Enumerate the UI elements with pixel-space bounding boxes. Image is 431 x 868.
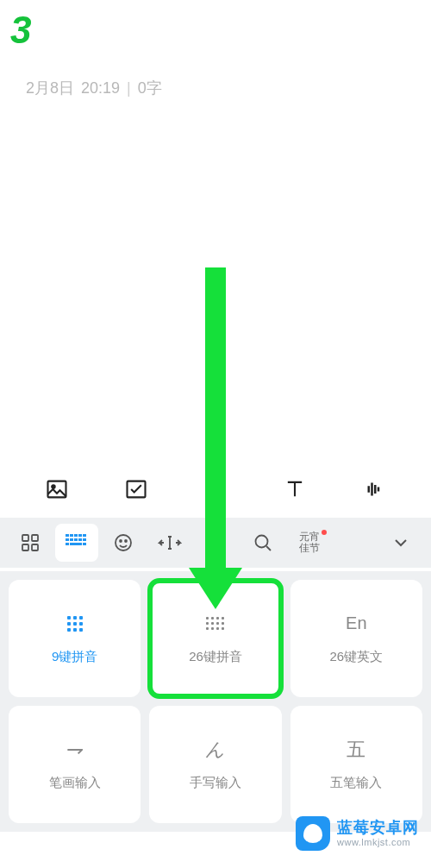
festival-badge[interactable]: 元宵 佳节 bbox=[288, 524, 331, 562]
layout-label: 五笔输入 bbox=[330, 775, 382, 791]
svg-rect-4 bbox=[32, 535, 38, 541]
svg-rect-19 bbox=[83, 543, 86, 545]
voice-input-icon[interactable] bbox=[359, 475, 389, 504]
keyboard-layout-grid: 9键拼音 26键拼音 En 26键英文 ⇁ 笔画输入 ん 手写输入 五 五笔输入 bbox=[0, 571, 431, 832]
layout-card-9key-pinyin[interactable]: 9键拼音 bbox=[9, 580, 141, 697]
keyboard-toolbar: 元宵 佳节 bbox=[0, 518, 431, 568]
svg-rect-15 bbox=[78, 538, 82, 541]
editor-action-bar bbox=[0, 462, 431, 516]
notification-dot-icon bbox=[322, 530, 327, 535]
svg-rect-0 bbox=[48, 481, 66, 498]
apps-grid-icon[interactable] bbox=[9, 524, 52, 562]
layout-label: 笔画输入 bbox=[49, 775, 101, 791]
emoji-icon[interactable] bbox=[102, 524, 145, 562]
nine-key-icon bbox=[67, 613, 83, 635]
note-time: 20:19 bbox=[81, 79, 120, 97]
svg-rect-8 bbox=[70, 534, 73, 537]
clipboard-link-icon[interactable] bbox=[195, 524, 238, 562]
text-format-icon[interactable] bbox=[280, 475, 309, 504]
layout-label: 9键拼音 bbox=[52, 649, 97, 665]
svg-rect-6 bbox=[32, 544, 38, 550]
svg-rect-13 bbox=[70, 538, 73, 541]
svg-point-1 bbox=[52, 485, 55, 488]
svg-point-23 bbox=[256, 536, 268, 548]
english-icon: En bbox=[346, 613, 366, 635]
search-icon[interactable] bbox=[241, 524, 284, 562]
svg-rect-14 bbox=[74, 538, 78, 541]
note-word-count: 0字 bbox=[138, 78, 162, 98]
twenty-six-key-icon bbox=[206, 613, 224, 635]
stroke-icon: ⇁ bbox=[66, 739, 84, 761]
collapse-keyboard-icon[interactable] bbox=[379, 524, 422, 562]
svg-rect-5 bbox=[22, 544, 28, 550]
note-date: 2月8日 bbox=[26, 78, 74, 98]
svg-rect-3 bbox=[22, 535, 28, 541]
svg-rect-9 bbox=[74, 534, 78, 537]
editor-canvas[interactable] bbox=[0, 104, 431, 457]
svg-rect-12 bbox=[66, 538, 69, 541]
watermark-logo-icon bbox=[296, 816, 330, 851]
keyboard-layout-icon[interactable] bbox=[55, 524, 98, 562]
svg-rect-18 bbox=[70, 543, 82, 545]
layout-card-wubi[interactable]: 五 五笔输入 bbox=[290, 706, 422, 823]
cursor-move-icon[interactable] bbox=[148, 524, 191, 562]
svg-rect-16 bbox=[83, 538, 86, 541]
svg-rect-17 bbox=[66, 543, 69, 545]
wubi-icon: 五 bbox=[347, 739, 365, 761]
layout-card-26key-pinyin[interactable]: 26键拼音 bbox=[149, 580, 281, 697]
watermark-title: 蓝莓安卓网 bbox=[337, 819, 419, 838]
layout-card-handwriting[interactable]: ん 手写输入 bbox=[149, 706, 281, 823]
layout-label: 26键英文 bbox=[329, 649, 383, 665]
meta-divider: | bbox=[127, 79, 131, 97]
watermark-url: www.lmkjst.com bbox=[337, 837, 419, 848]
svg-rect-11 bbox=[83, 534, 86, 537]
svg-point-22 bbox=[125, 540, 127, 542]
svg-rect-10 bbox=[78, 534, 82, 537]
watermark: 蓝莓安卓网 www.lmkjst.com bbox=[296, 816, 419, 851]
checklist-icon[interactable] bbox=[122, 475, 151, 504]
festival-line2: 佳节 bbox=[299, 543, 320, 554]
svg-point-21 bbox=[120, 540, 122, 542]
layout-label: 26键拼音 bbox=[189, 649, 242, 665]
step-number-badge: 3 bbox=[10, 9, 31, 52]
handwriting-icon: ん bbox=[205, 739, 225, 761]
svg-rect-7 bbox=[66, 534, 69, 537]
layout-card-stroke[interactable]: ⇁ 笔画输入 bbox=[9, 706, 141, 823]
layout-card-26key-english[interactable]: En 26键英文 bbox=[290, 580, 422, 697]
layout-label: 手写输入 bbox=[190, 775, 241, 791]
insert-image-icon[interactable] bbox=[42, 475, 72, 504]
home-icon[interactable] bbox=[201, 475, 230, 504]
note-meta: 2月8日 20:19 | 0字 bbox=[26, 78, 162, 98]
svg-point-20 bbox=[116, 535, 131, 550]
